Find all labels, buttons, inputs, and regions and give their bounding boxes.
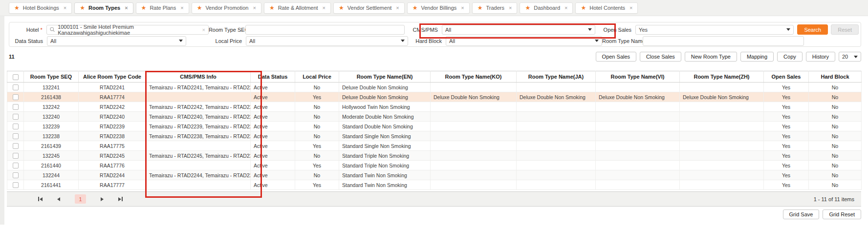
tab[interactable]: ★ Traders × — [472, 2, 518, 14]
local-price-select[interactable]: All — [246, 36, 408, 46]
table-row[interactable]: 132242 RTAD2242 Temairazu - RTAD2242, Te… — [7, 102, 862, 112]
data-status-select[interactable]: All — [47, 36, 186, 46]
cell-local-price: Yes — [295, 92, 339, 102]
current-page[interactable]: 1 — [75, 194, 86, 204]
cell-open-sales: Yes — [764, 170, 809, 180]
table-row[interactable]: 2161441 RAA17777 Active Yes Standard Twi… — [7, 180, 862, 190]
cell-room-type-name-zh — [680, 151, 764, 161]
cell-hard-block: No — [809, 161, 862, 170]
table-row[interactable]: 132238 RTAD2238 Temairazu - RTAD2238, Te… — [7, 131, 862, 141]
tab-close-icon[interactable]: × — [64, 5, 66, 11]
tab-close-icon[interactable]: × — [180, 5, 183, 11]
cell-cms-pms-info: Temairazu - RTAD2244, Temairazu - RTAD22… — [146, 170, 251, 180]
new-room-type-button[interactable]: New Room Type — [685, 52, 737, 62]
cell-room-type-name-en: Standard Triple Non Smoking — [339, 151, 431, 161]
row-checkbox[interactable] — [13, 133, 19, 139]
tab[interactable]: ★ Room Types × — [74, 2, 133, 14]
cell-room-type-name-zh — [680, 180, 764, 190]
row-checkbox[interactable] — [13, 84, 19, 90]
row-checkbox[interactable] — [13, 104, 19, 110]
row-select-cell — [7, 92, 24, 102]
table-row[interactable]: 132245 RTAD2245 Temairazu - RTAD2245, Te… — [7, 151, 862, 161]
table-header-row: Room Type SEQ Alice Room Type Code CMS/P… — [7, 71, 862, 83]
tab-close-icon[interactable]: × — [509, 5, 512, 11]
col-room-type-seq: Room Type SEQ — [24, 71, 79, 83]
tab[interactable]: ★ Hotel Contents × — [575, 2, 638, 14]
row-select-cell — [7, 83, 24, 92]
col-room-type-name-en: Room Type Name(EN) — [339, 71, 431, 83]
tab[interactable]: ★ Vendor Promotion × — [192, 2, 261, 14]
table-row[interactable]: 2161439 RAA17775 Active Yes Standard Sin… — [7, 141, 862, 151]
row-checkbox[interactable] — [13, 182, 19, 188]
tab-close-icon[interactable]: × — [125, 5, 128, 11]
tab-label: Hotel Bookings — [23, 5, 59, 11]
room-type-name-input[interactable] — [646, 37, 801, 45]
tab[interactable]: ★ Rate Plans × — [136, 2, 189, 14]
open-sales-value: Yes — [639, 27, 648, 33]
favorite-star-icon: ★ — [80, 5, 85, 11]
tab-close-icon[interactable]: × — [396, 5, 399, 11]
cell-open-sales: Yes — [764, 131, 809, 141]
row-checkbox[interactable] — [13, 114, 19, 120]
tab-label: Vendor Promotion — [205, 5, 248, 11]
page-size-select[interactable]: 20 — [839, 52, 861, 62]
table-row[interactable]: 2161438 RAA17774 Active Yes Deluxe Doubl… — [7, 92, 862, 102]
cell-data-status: Active — [251, 102, 295, 112]
table-row[interactable]: 132241 RTAD2241 Temairazu - RTAD2241, Te… — [7, 83, 862, 92]
tab-close-icon[interactable]: × — [323, 5, 326, 11]
row-checkbox[interactable] — [13, 163, 19, 168]
cell-data-status: Active — [251, 112, 295, 122]
cms-pms-select[interactable]: All — [442, 25, 595, 35]
tab[interactable]: ★ Vendor Billings × — [407, 2, 470, 14]
open-sales-button[interactable]: Open Sales — [596, 52, 636, 62]
hotel-search-input[interactable]: 1000101 - Smile Hotel Premium Kanazawahi… — [46, 25, 209, 35]
cell-room-type-seq: 2161438 — [24, 92, 79, 102]
grid-reset-button[interactable]: Grid Reset — [823, 209, 861, 219]
cell-local-price: No — [295, 112, 339, 122]
row-checkbox[interactable] — [13, 94, 19, 100]
cell-room-type-name-en: Standard Twin Non Smoking — [339, 170, 431, 180]
favorite-star-icon: ★ — [477, 5, 483, 11]
copy-button[interactable]: Copy — [777, 52, 803, 62]
tab-close-icon[interactable]: × — [564, 5, 567, 11]
clear-icon[interactable]: × — [202, 27, 205, 33]
last-page-button[interactable] — [118, 197, 123, 201]
cell-data-status: Active — [251, 141, 295, 151]
room-type-seq-input[interactable] — [249, 26, 401, 34]
cell-room-type-name-zh — [680, 131, 764, 141]
row-select-cell — [7, 170, 24, 180]
select-all-checkbox[interactable] — [13, 74, 19, 80]
cell-room-type-name-ja — [517, 102, 596, 112]
tab-label: Rate & Allotment — [278, 5, 318, 11]
row-checkbox[interactable] — [13, 153, 19, 159]
tab-close-icon[interactable]: × — [253, 5, 256, 11]
favorite-star-icon: ★ — [581, 5, 586, 11]
close-sales-button[interactable]: Close Sales — [640, 52, 681, 62]
tab[interactable]: ★ Vendor Settlement × — [333, 2, 405, 14]
tab-close-icon[interactable]: × — [461, 5, 464, 11]
table-row[interactable]: 132240 RTAD2240 Temairazu - RTAD2240, Te… — [7, 112, 862, 122]
reset-button[interactable]: Reset — [831, 24, 859, 35]
hard-block-select[interactable]: All — [446, 36, 602, 46]
cell-cms-pms-info: Temairazu - RTAD2241, Temairazu - RTAD22… — [146, 83, 251, 92]
prev-page-button[interactable] — [57, 197, 60, 201]
row-checkbox[interactable] — [13, 143, 19, 149]
col-cms-pms-info: CMS/PMS Info — [146, 71, 251, 83]
tab-close-icon[interactable]: × — [629, 5, 632, 11]
first-page-button[interactable] — [38, 197, 43, 201]
tab[interactable]: ★ Dashboard × — [520, 2, 573, 14]
tab[interactable]: ★ Rate & Allotment × — [264, 2, 331, 14]
table-row[interactable]: 132239 RTAD2239 Temairazu - RTAD2239, Te… — [7, 122, 862, 131]
table-row[interactable]: 132244 RTAD2244 Temairazu - RTAD2244, Te… — [7, 170, 862, 180]
grid-save-button[interactable]: Grid Save — [783, 209, 820, 219]
next-page-button[interactable] — [101, 197, 104, 201]
open-sales-select[interactable]: Yes — [635, 25, 794, 35]
row-checkbox[interactable] — [13, 124, 19, 129]
row-checkbox[interactable] — [13, 172, 19, 178]
mapping-button[interactable]: Mapping — [740, 52, 774, 62]
tab[interactable]: ★ Hotel Bookings × — [9, 2, 72, 14]
table-row[interactable]: 2161440 RAA17776 Active Yes Standard Tri… — [7, 161, 862, 170]
history-button[interactable]: History — [806, 52, 835, 62]
search-button[interactable]: Search — [797, 24, 828, 35]
cell-local-price: No — [295, 170, 339, 180]
